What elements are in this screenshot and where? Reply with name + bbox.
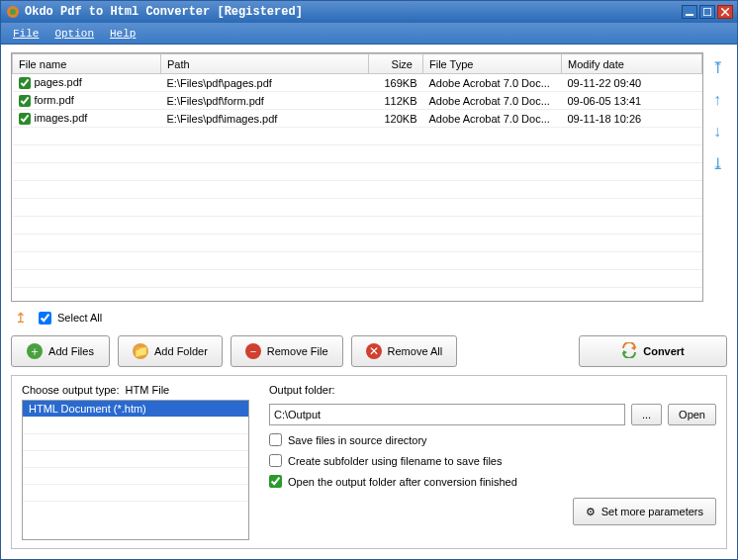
row-checkbox[interactable] xyxy=(19,95,31,107)
select-all-label[interactable]: Select All xyxy=(57,312,102,324)
svg-marker-7 xyxy=(623,350,627,355)
svg-point-1 xyxy=(10,9,16,15)
app-logo-icon xyxy=(5,4,21,20)
close-button[interactable] xyxy=(717,5,733,19)
convert-icon xyxy=(621,342,637,360)
choose-type-label: Choose output type: HTM File xyxy=(22,384,249,396)
col-filename[interactable]: File name xyxy=(13,54,161,74)
col-path[interactable]: Path xyxy=(161,54,369,74)
file-list[interactable]: File name Path Size File Type Modify dat… xyxy=(11,52,703,302)
plus-icon: ＋ xyxy=(27,343,43,359)
move-up-icon[interactable]: ↑ xyxy=(713,91,721,109)
col-modify[interactable]: Modify date xyxy=(562,54,702,74)
output-type-list[interactable]: HTML Document (*.htm) xyxy=(22,400,249,540)
folder-icon: 📁 xyxy=(133,343,148,359)
table-row[interactable]: form.pdfE:\Files\pdf\form.pdf112KBAdobe … xyxy=(13,92,702,110)
row-checkbox[interactable] xyxy=(19,113,31,125)
add-folder-button[interactable]: 📁 Add Folder xyxy=(118,335,223,367)
output-folder-input[interactable] xyxy=(269,404,625,425)
window-title: Okdo Pdf to Html Converter [Registered] xyxy=(25,5,680,19)
convert-button[interactable]: Convert xyxy=(579,335,727,367)
type-item-htm[interactable]: HTML Document (*.htm) xyxy=(23,401,248,418)
output-folder-label: Output folder: xyxy=(269,384,716,396)
svg-marker-6 xyxy=(631,345,635,350)
menu-option[interactable]: Option xyxy=(46,26,102,42)
maximize-button[interactable] xyxy=(699,5,715,19)
set-parameters-button[interactable]: ⚙ Set more parameters xyxy=(573,498,716,525)
select-all-checkbox[interactable] xyxy=(39,312,51,325)
x-icon: ✕ xyxy=(366,343,382,359)
open-after-label[interactable]: Open the output folder after conversion … xyxy=(288,476,517,488)
menu-help[interactable]: Help xyxy=(102,26,143,42)
open-folder-button[interactable]: Open xyxy=(668,404,716,425)
add-files-button[interactable]: ＋ Add Files xyxy=(11,335,110,367)
row-checkbox[interactable] xyxy=(19,77,31,89)
col-filetype[interactable]: File Type xyxy=(423,54,562,74)
browse-button[interactable]: ... xyxy=(631,404,662,425)
titlebar: Okdo Pdf to Html Converter [Registered] xyxy=(1,1,737,23)
gear-icon: ⚙ xyxy=(586,506,596,518)
svg-rect-2 xyxy=(686,14,693,16)
table-row[interactable]: pages.pdfE:\Files\pdf\pages.pdf169KBAdob… xyxy=(13,74,702,92)
svg-rect-3 xyxy=(703,8,711,16)
move-top-icon[interactable]: ⤒ xyxy=(711,58,724,77)
create-subfolder-label[interactable]: Create subfolder using filename to save … xyxy=(288,455,502,467)
move-bottom-icon[interactable]: ⤓ xyxy=(711,154,724,173)
remove-all-button[interactable]: ✕ Remove All xyxy=(351,335,458,367)
save-source-checkbox[interactable] xyxy=(269,433,282,446)
col-size[interactable]: Size xyxy=(369,54,423,74)
remove-file-button[interactable]: － Remove File xyxy=(231,335,343,367)
menubar: File Option Help xyxy=(1,23,737,45)
up-folder-icon[interactable]: ↥ xyxy=(15,310,27,326)
move-down-icon[interactable]: ↓ xyxy=(713,123,721,140)
table-row[interactable]: images.pdfE:\Files\pdf\images.pdf120KBAd… xyxy=(13,110,702,128)
reorder-arrows: ⤒ ↑ ↓ ⤓ xyxy=(707,52,727,302)
minimize-button[interactable] xyxy=(682,5,697,19)
open-after-checkbox[interactable] xyxy=(269,475,282,488)
save-source-label[interactable]: Save files in source directory xyxy=(288,434,427,446)
create-subfolder-checkbox[interactable] xyxy=(269,454,282,467)
menu-file[interactable]: File xyxy=(5,26,46,42)
minus-icon: － xyxy=(245,343,261,359)
